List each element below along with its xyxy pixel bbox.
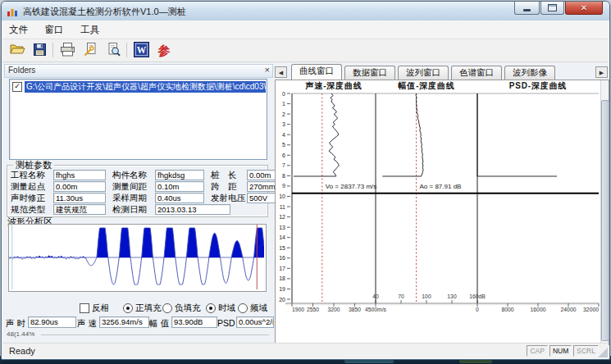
open-file-button[interactable] xyxy=(7,41,27,60)
svg-text:0: 0 xyxy=(282,91,285,97)
window-title: 高铁建设混凝土检测分析软件V1.0—测桩 xyxy=(23,6,186,18)
param-value[interactable]: 0.00m xyxy=(53,181,106,192)
print-setup-button[interactable] xyxy=(80,41,100,60)
svg-text:16000: 16000 xyxy=(531,307,546,312)
param-label: 发射电压 xyxy=(211,193,247,204)
svg-text:PSD-深度曲线: PSD-深度曲线 xyxy=(509,81,567,90)
param-value[interactable]: 建筑规范 xyxy=(53,204,106,215)
svg-text:20: 20 xyxy=(279,297,285,303)
waveform-svg xyxy=(9,225,264,289)
svg-text:4: 4 xyxy=(282,132,285,138)
page-wrench-icon xyxy=(83,42,98,60)
radio-icon-selected[interactable] xyxy=(123,303,133,313)
print-preview-button[interactable] xyxy=(103,41,123,60)
svg-text:3: 3 xyxy=(282,121,285,127)
param-value[interactable]: 0.40us xyxy=(155,193,204,203)
item-checkbox-checked[interactable]: ✓ xyxy=(12,82,22,92)
time-domain-label: 时域 xyxy=(218,303,235,314)
freq-domain-label: 频域 xyxy=(250,303,267,314)
minimize-button[interactable] xyxy=(514,2,540,15)
time-domain-radio[interactable]: 时域 xyxy=(206,303,235,313)
toolbar: W 参 xyxy=(2,39,609,62)
application-window: 高铁建设混凝土检测分析软件V1.0—测桩 ✕ 文件 窗口 工具 xyxy=(1,1,610,360)
sound-velocity-label: 声 速 xyxy=(77,318,97,330)
amplitude-label: 幅 值 xyxy=(149,318,169,330)
svg-text:0: 0 xyxy=(476,307,479,312)
footnote-text: 48(1.44% xyxy=(7,330,34,338)
menu-bar: 文件 窗口 工具 xyxy=(2,20,609,39)
tab-wavetrain-image[interactable]: 波列影像 xyxy=(504,66,555,80)
folders-list[interactable]: ✓ G:\公司产品设计开发\超声仪器\超声仪实地检测数据\测桩\cd\cd03\… xyxy=(9,79,267,160)
param-value[interactable]: 2013.03.13 xyxy=(155,204,230,215)
depth-curves-chart[interactable]: 01234567891011121314151617181920声速-深度曲线1… xyxy=(276,81,600,342)
parameters-button[interactable]: 参 xyxy=(154,41,174,60)
checkbox-icon[interactable] xyxy=(80,303,89,313)
waveform-plot[interactable] xyxy=(8,224,267,292)
toolbar-separator xyxy=(52,43,53,57)
param-value[interactable]: fhgkdsg xyxy=(155,170,204,180)
amplitude-value[interactable]: 93.90dB xyxy=(171,316,217,328)
param-value[interactable]: 0.10m xyxy=(155,181,204,192)
sound-time-value[interactable]: 82.90us xyxy=(28,316,76,328)
freq-domain-radio[interactable]: 频域 xyxy=(238,303,267,313)
svg-text:14: 14 xyxy=(279,234,285,240)
open-folder-icon xyxy=(10,42,25,60)
param-label: 声时修正 xyxy=(11,193,53,204)
resize-grip[interactable] xyxy=(598,348,608,357)
selected-file-path[interactable]: G:\公司产品设计开发\超声仪器\超声仪实地检测数据\测桩\cd\cd03\cd… xyxy=(25,81,266,93)
svg-text:7: 7 xyxy=(282,162,285,168)
fill-negative-radio[interactable]: 负填充 xyxy=(162,303,201,313)
sound-velocity-value[interactable]: 3256.94m/s xyxy=(99,316,149,328)
svg-text:Vo = 2837.73 m/s: Vo = 2837.73 m/s xyxy=(326,183,377,190)
tab-scroll-left-button[interactable]: ◀ xyxy=(275,66,287,78)
menu-tools[interactable]: 工具 xyxy=(74,20,106,36)
left-arrow-icon: ◀ xyxy=(279,70,283,75)
svg-text:幅值-深度曲线: 幅值-深度曲线 xyxy=(398,81,455,90)
tab-spectrum-window[interactable]: 色谱窗口 xyxy=(451,66,502,80)
svg-text:2550: 2550 xyxy=(307,307,319,312)
radio-icon[interactable] xyxy=(238,303,248,313)
fill-negative-label: 负填充 xyxy=(175,303,201,314)
minimize-icon xyxy=(523,9,531,11)
print-button[interactable] xyxy=(57,41,77,60)
save-button[interactable] xyxy=(30,41,49,60)
export-word-button[interactable]: W xyxy=(131,41,151,60)
menu-window[interactable]: 窗口 xyxy=(38,20,70,36)
svg-text:11: 11 xyxy=(280,204,285,210)
psd-label: PSD xyxy=(217,318,235,328)
status-text: Ready xyxy=(9,346,35,356)
menu-file[interactable]: 文件 xyxy=(2,20,34,36)
radio-icon[interactable] xyxy=(162,303,172,313)
list-item[interactable]: ✓ G:\公司产品设计开发\超声仪器\超声仪实地检测数据\测桩\cd\cd03\… xyxy=(11,80,266,93)
param-value[interactable]: fhghs xyxy=(53,170,106,180)
param-label: 规范类型 xyxy=(11,204,53,216)
tab-wavetrain-window[interactable]: 波列窗口 xyxy=(398,66,449,80)
save-floppy-icon xyxy=(32,42,48,60)
fill-positive-radio[interactable]: 正填充 xyxy=(123,303,162,313)
title-bar[interactable]: 高铁建设混凝土检测分析软件V1.0—测桩 ✕ xyxy=(2,2,609,20)
folders-close-icon[interactable]: × xyxy=(265,65,270,75)
param-value[interactable]: 11.30us xyxy=(53,193,106,203)
status-bar: Ready CAP NUM SCRL xyxy=(2,343,609,358)
svg-text:16: 16 xyxy=(279,255,285,261)
svg-text:12: 12 xyxy=(279,214,285,220)
invert-checkbox[interactable]: 反相 xyxy=(80,303,109,313)
psd-value[interactable]: 0.00us^2/m xyxy=(236,316,274,328)
svg-text:声速-深度曲线: 声速-深度曲线 xyxy=(305,81,362,90)
svg-text:1: 1 xyxy=(282,101,285,107)
vertical-scrollbar[interactable] xyxy=(600,80,609,343)
maximize-button[interactable] xyxy=(540,2,564,15)
tab-curve-window[interactable]: 曲线窗口 xyxy=(291,64,342,80)
folders-pane-header[interactable]: Folders × xyxy=(4,64,273,78)
param-label: 测量起点 xyxy=(11,181,53,193)
radio-icon-selected[interactable] xyxy=(206,303,216,313)
svg-text:10: 10 xyxy=(279,193,285,199)
num-lock-indicator: NUM xyxy=(549,345,572,357)
tab-data-window[interactable]: 数据窗口 xyxy=(344,66,395,80)
svg-text:W: W xyxy=(136,44,146,54)
param-label: 构件名称 xyxy=(112,170,155,181)
scrollbar-thumb[interactable] xyxy=(601,100,609,341)
svg-text:18: 18 xyxy=(279,275,285,281)
close-button[interactable]: ✕ xyxy=(565,2,603,15)
tab-scroll-right-button[interactable]: ▶ xyxy=(595,66,608,78)
